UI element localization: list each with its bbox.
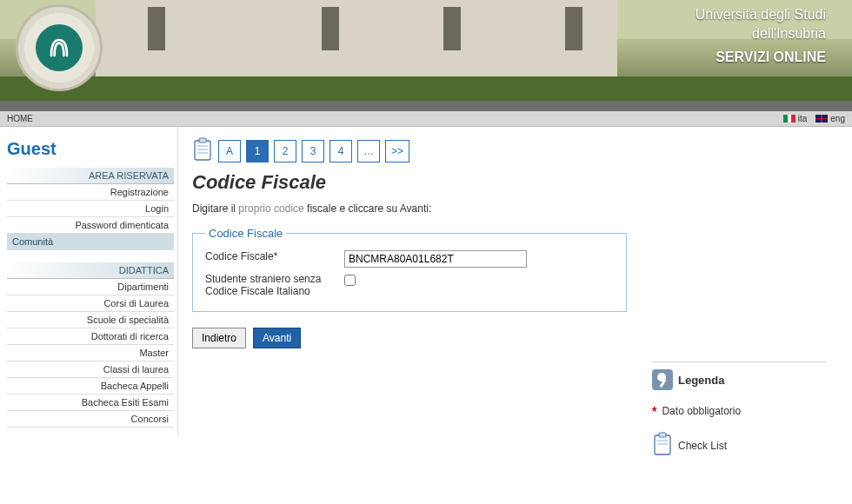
lang-eng-label: eng: [830, 114, 845, 123]
asterisk-icon: *: [652, 404, 656, 418]
intro-pre: Digitare il: [192, 202, 238, 215]
fieldset-legend: Codice Fiscale: [205, 227, 286, 240]
pin-icon: [652, 369, 673, 390]
codice-fiscale-fieldset: Codice Fiscale Codice Fiscale* Studente …: [192, 227, 627, 312]
studente-straniero-label: Studente straniero senza Codice Fiscale …: [205, 273, 344, 297]
intro-grey: proprio codice: [238, 202, 303, 215]
intro-post: fiscale e cliccare su Avanti:: [304, 202, 432, 215]
sidebar-item-dottorati[interactable]: Dottorati di ricerca: [7, 328, 174, 345]
back-button[interactable]: Indietro: [192, 328, 246, 348]
sidebar-item-bacheca-esiti[interactable]: Bacheca Esiti Esami: [7, 395, 174, 411]
step-1[interactable]: 1: [246, 140, 269, 162]
codice-fiscale-label: Codice Fiscale*: [205, 250, 344, 262]
lang-ita[interactable]: ita: [783, 114, 808, 123]
sidebar-item-login[interactable]: Login: [7, 201, 174, 217]
top-nav-bar: HOME ita eng: [0, 111, 852, 127]
header-text: Università degli Studi dell'Insubria SER…: [696, 5, 826, 67]
flag-italy-icon: [783, 115, 795, 123]
step-more[interactable]: …: [357, 140, 380, 162]
sidebar-item-dipartimenti[interactable]: Dipartimenti: [7, 279, 174, 295]
legend-mandatory: Dato obbligatorio: [662, 405, 741, 417]
university-name-line2: dell'Insubria: [696, 24, 826, 43]
sidebar-item-scuole-specialita[interactable]: Scuole di specialità: [7, 312, 174, 328]
sidebar-section-didattica: DIDATTICA: [7, 262, 174, 279]
flag-uk-icon: [815, 115, 828, 123]
page-intro: Digitare il proprio codice fiscale e cli…: [192, 202, 838, 215]
legend-panel: Legenda * Dato obbligatorio Check List: [652, 361, 826, 459]
legend-divider: [652, 361, 826, 362]
sidebar-user: Guest: [7, 139, 174, 159]
sidebar-item-comunita[interactable]: Comunità: [7, 234, 174, 250]
next-button[interactable]: Avanti: [253, 328, 301, 348]
lang-ita-label: ita: [798, 114, 808, 123]
main-content: A 1 2 3 4 … >> Codice Fiscale Digitare i…: [178, 127, 852, 436]
legend-title-text: Legenda: [678, 374, 724, 387]
step-indicator: A 1 2 3 4 … >>: [192, 137, 838, 164]
svg-rect-1: [199, 138, 206, 143]
step-3[interactable]: 3: [302, 140, 324, 162]
step-4[interactable]: 4: [329, 140, 352, 162]
sidebar-item-concorsi[interactable]: Concorsi: [7, 411, 174, 428]
sidebar: Guest AREA RISERVATA Registrazione Login…: [0, 127, 178, 436]
lang-eng[interactable]: eng: [815, 114, 845, 123]
logo-icon: [36, 24, 83, 71]
sidebar-item-classi-laurea[interactable]: Classi di laurea: [7, 361, 174, 378]
legend-checklist: Check List: [678, 440, 727, 452]
clipboard-icon: [192, 137, 213, 164]
sidebar-item-bacheca-appelli[interactable]: Bacheca Appelli: [7, 378, 174, 395]
header-ground: [0, 101, 852, 111]
sidebar-item-registrazione[interactable]: Registrazione: [7, 184, 174, 201]
header-building-image: [96, 0, 617, 87]
sidebar-section-area-riservata: AREA RISERVATA: [7, 168, 174, 184]
university-name-line1: Università degli Studi: [696, 5, 826, 24]
step-2[interactable]: 2: [274, 140, 296, 162]
header-hedge: [0, 76, 852, 101]
page-title: Codice Fiscale: [192, 171, 838, 194]
studente-straniero-checkbox[interactable]: [344, 275, 356, 286]
svg-rect-0: [195, 141, 210, 160]
step-next[interactable]: >>: [385, 140, 409, 162]
svg-rect-6: [659, 433, 666, 437]
sidebar-item-password-dimenticata[interactable]: Password dimenticata: [7, 217, 174, 234]
page-header: Università degli Studi dell'Insubria SER…: [0, 0, 852, 111]
codice-fiscale-input[interactable]: [344, 250, 527, 268]
clipboard-icon-small: [652, 432, 673, 459]
home-link[interactable]: HOME: [7, 114, 33, 123]
service-title: SERVIZI ONLINE: [696, 48, 826, 67]
sidebar-item-corsi-di-laurea[interactable]: Corsi di Laurea: [7, 295, 174, 312]
svg-rect-5: [655, 435, 670, 454]
step-section-a[interactable]: A: [218, 140, 241, 162]
sidebar-item-master[interactable]: Master: [7, 345, 174, 361]
university-logo: [16, 4, 103, 91]
